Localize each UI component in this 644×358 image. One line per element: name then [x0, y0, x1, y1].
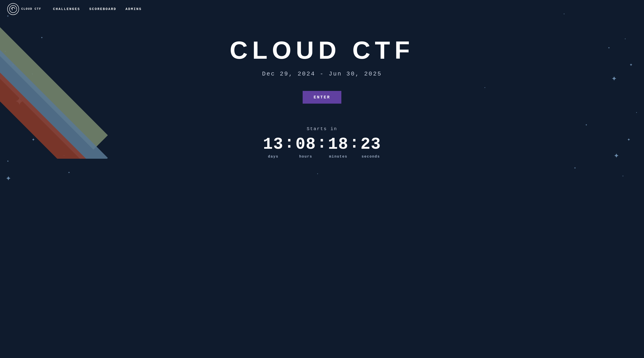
star-decoration: ✦	[68, 170, 70, 174]
nav-admins[interactable]: ADMINS	[126, 7, 142, 11]
nav-scoreboard[interactable]: SCOREBOARD	[89, 7, 116, 11]
nav-logo: CLOUD CTF	[7, 3, 41, 15]
navbar: CLOUD CTF CHALLENGES SCOREBOARD ADMINS	[0, 0, 644, 18]
main-content: CLOUD CTF Dec 29, 2024 - Jun 30, 2025 EN…	[0, 18, 644, 159]
timer-colon-3: :	[348, 135, 360, 151]
timer-days-label: days	[268, 155, 278, 159]
timer-hours-value: 08	[296, 135, 316, 154]
hero-title: CLOUD CTF	[230, 36, 414, 64]
star-decoration: ✦	[6, 172, 11, 184]
star-decoration: ✦	[622, 174, 624, 177]
logo-icon	[7, 3, 19, 15]
timer-colon-2: :	[316, 135, 328, 151]
nav-links: CHALLENGES SCOREBOARD ADMINS	[53, 7, 142, 11]
date-range: Dec 29, 2024 - Jun 30, 2025	[262, 71, 382, 77]
timer-minutes-value: 18	[328, 135, 348, 154]
timer-seconds-value: 23	[360, 135, 381, 154]
nav-challenges[interactable]: CHALLENGES	[53, 7, 80, 11]
timer-hours-label: hours	[299, 155, 312, 159]
timer-minutes-label: minutes	[329, 155, 348, 159]
timer-colon-1: :	[284, 135, 296, 151]
star-decoration: ✦	[317, 172, 318, 175]
star-decoration: ✦	[7, 159, 9, 163]
star-decoration: ✦	[574, 165, 576, 170]
timer-minutes-segment: 18 minutes	[328, 135, 348, 159]
enter-button[interactable]: ENTER	[303, 91, 341, 104]
timer-seconds-label: seconds	[362, 155, 380, 159]
timer-seconds-segment: 23 seconds	[360, 135, 381, 159]
svg-point-0	[10, 6, 17, 13]
countdown-section: Starts in 13 days : 08 hours : 18 minute…	[263, 126, 381, 159]
logo-text: CLOUD CTF	[21, 7, 41, 11]
timer-days-value: 13	[263, 135, 284, 154]
countdown-timer: 13 days : 08 hours : 18 minutes : 23 sec…	[263, 135, 381, 159]
timer-days-segment: 13 days	[263, 135, 284, 159]
starts-in-label: Starts in	[307, 126, 337, 131]
timer-hours-segment: 08 hours	[296, 135, 316, 159]
